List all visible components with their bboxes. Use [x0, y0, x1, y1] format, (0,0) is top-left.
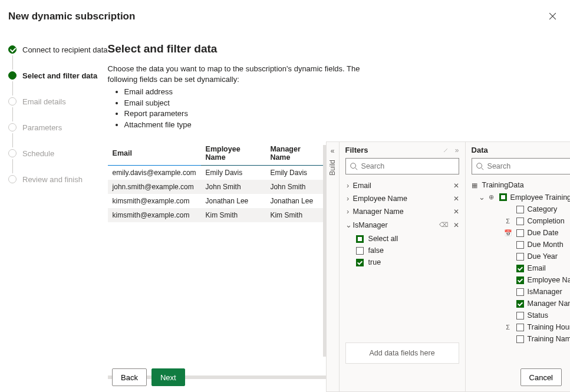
chevron-right-icon: ›: [345, 182, 351, 190]
data-field[interactable]: Category: [470, 203, 570, 215]
table-row[interactable]: kimsmith@example.comKim SmithKim Smith: [108, 208, 326, 222]
checkbox[interactable]: [356, 235, 364, 243]
filters-search[interactable]: [345, 158, 459, 174]
dataset-name: TrainingData: [482, 181, 524, 189]
remove-filter-icon[interactable]: ✕: [453, 207, 459, 216]
page-title: Select and filter data: [108, 42, 570, 55]
remove-filter-icon[interactable]: ✕: [453, 182, 459, 190]
field-name: Manager Name: [528, 299, 570, 308]
remove-filter-icon[interactable]: ✕: [453, 195, 459, 203]
field-checkbox[interactable]: [516, 300, 524, 308]
field-name: Status: [528, 311, 548, 319]
step-review[interactable]: Review and finish: [8, 173, 108, 185]
table-row[interactable]: emily.davis@example.comEmily DavisEmily …: [108, 166, 326, 180]
filter-value[interactable]: false: [356, 245, 462, 256]
field-checkbox[interactable]: [516, 265, 524, 272]
filters-drop-zone[interactable]: Add data fields here: [345, 342, 459, 364]
back-button[interactable]: Back: [112, 368, 147, 386]
filter-field-name: Email: [353, 182, 371, 190]
expand-chevron-icon[interactable]: »: [455, 146, 459, 154]
field-checkbox[interactable]: [516, 218, 524, 225]
bullet-item: Attachment file type: [124, 120, 367, 130]
data-field[interactable]: IsManager: [470, 286, 570, 298]
data-field[interactable]: Email: [470, 262, 570, 274]
close-icon[interactable]: [548, 11, 558, 22]
step-dot-icon: [8, 123, 17, 131]
table-row[interactable]: john.smith@example.comJohn SmithJohn Smi…: [108, 180, 326, 194]
table-name: Employee Training: [510, 193, 570, 202]
step-label: Review and finish: [22, 175, 83, 184]
field-name: Category: [528, 205, 558, 213]
data-field[interactable]: Employee Name: [470, 274, 570, 286]
field-checkbox[interactable]: [516, 276, 524, 284]
vertical-scrollbar[interactable]: [323, 145, 326, 357]
step-label: Select and filter data: [22, 71, 97, 80]
field-checkbox[interactable]: [516, 288, 524, 296]
filter-value[interactable]: Select all: [356, 233, 462, 245]
dataset-icon: ▦: [470, 182, 479, 189]
page-description: Choose the data you want to map to the s…: [108, 64, 360, 84]
svg-point-0: [350, 163, 355, 169]
collapse-chevron-icon[interactable]: «: [331, 147, 335, 155]
table-checkbox[interactable]: [499, 193, 507, 201]
step-dot-icon: [8, 149, 17, 157]
data-field[interactable]: Status: [470, 309, 570, 321]
filter-field-name: Manager Name: [353, 207, 404, 216]
field-checkbox[interactable]: [516, 312, 524, 319]
data-field[interactable]: Training Name: [470, 333, 570, 345]
filter-value[interactable]: true: [356, 256, 462, 268]
field-checkbox[interactable]: [516, 335, 524, 343]
remove-filter-icon[interactable]: ✕: [453, 221, 459, 229]
eraser-icon[interactable]: ⌫: [439, 221, 449, 229]
column-header[interactable]: Manager Name: [265, 141, 325, 166]
data-field[interactable]: Due Month: [470, 239, 570, 251]
data-search[interactable]: [472, 158, 570, 174]
table-row[interactable]: kimsmith@example.comJonathan LeeJonathan…: [108, 194, 326, 208]
step-label: Parameters: [22, 123, 62, 132]
filter-field[interactable]: ›Email✕: [343, 179, 462, 192]
data-field[interactable]: Due Year: [470, 251, 570, 262]
filters-search-input[interactable]: [358, 162, 455, 171]
checkbox[interactable]: [356, 247, 364, 255]
next-button[interactable]: Next: [151, 368, 185, 386]
table-icon: [487, 193, 496, 201]
field-name: Training Name: [528, 335, 570, 343]
step-dot-icon: [8, 45, 17, 54]
search-icon: [350, 162, 358, 170]
table-cell: emily.davis@example.com: [108, 166, 201, 180]
field-checkbox[interactable]: [516, 253, 524, 261]
field-checkbox[interactable]: [516, 206, 524, 213]
step-email-details[interactable]: Email details: [8, 95, 108, 107]
search-icon: [476, 162, 484, 170]
bullet-item: Email address: [124, 87, 367, 97]
data-field[interactable]: Completion: [470, 215, 570, 227]
field-checkbox[interactable]: [516, 241, 524, 249]
field-checkbox[interactable]: [516, 324, 524, 331]
data-field[interactable]: Due Date: [470, 227, 570, 239]
filter-value-label: Select all: [368, 235, 398, 243]
cancel-button[interactable]: Cancel: [520, 368, 562, 386]
filter-field[interactable]: ›Employee Name✕: [343, 192, 462, 205]
step-connect[interactable]: Connect to recipient data: [8, 44, 108, 55]
filter-field[interactable]: ›Manager Name✕: [343, 205, 462, 218]
data-search-input[interactable]: [484, 162, 570, 171]
dataset-node[interactable]: ▦ TrainingData: [470, 179, 570, 191]
table-node[interactable]: ⌄ Employee Training: [470, 191, 570, 203]
field-name: Training Hours: [528, 323, 570, 331]
step-schedule[interactable]: Schedule: [8, 147, 108, 159]
column-header[interactable]: Employee Name: [201, 141, 266, 166]
step-select-filter[interactable]: Select and filter data: [8, 70, 108, 81]
filter-options-icon[interactable]: ⟋: [442, 146, 449, 154]
filter-field[interactable]: ⌄IsManager⌫✕: [343, 218, 462, 232]
data-field[interactable]: Training Hours: [470, 321, 570, 333]
column-header[interactable]: Email: [108, 141, 201, 166]
field-checkbox[interactable]: [516, 229, 524, 237]
step-parameters[interactable]: Parameters: [8, 121, 108, 133]
step-label: Connect to recipient data: [22, 45, 108, 54]
data-field[interactable]: Manager Name: [470, 298, 570, 309]
chevron-down-icon: ⌄: [479, 193, 484, 202]
checkbox[interactable]: [356, 259, 364, 266]
table-cell: John Smith: [265, 180, 325, 194]
build-tab-label[interactable]: Build: [328, 160, 337, 176]
field-name: Due Month: [528, 241, 564, 249]
